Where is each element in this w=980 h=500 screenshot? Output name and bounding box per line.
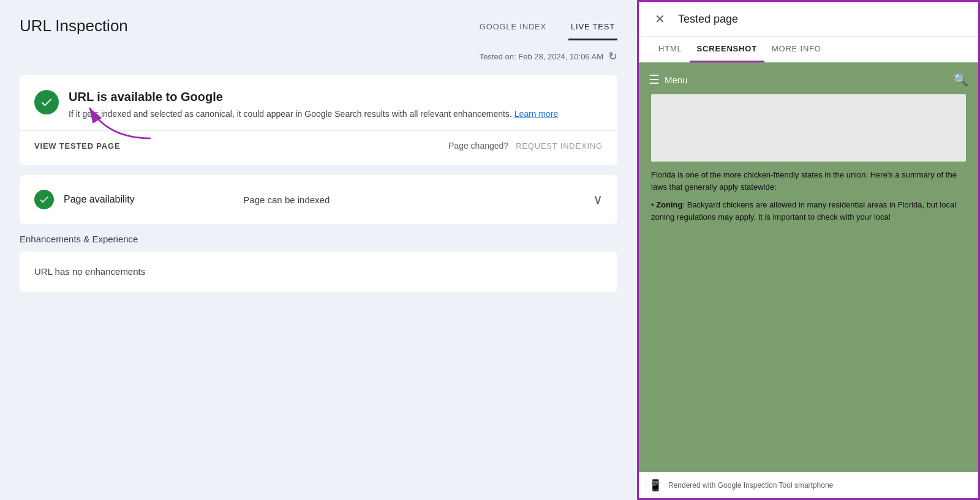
search-icon: 🔍 xyxy=(953,72,968,87)
panel-header: ✕ Tested page xyxy=(639,2,978,37)
mobile-preview: ☰ Menu 🔍 Florida is one of the more chic… xyxy=(639,62,978,472)
chevron-down-icon[interactable]: ∨ xyxy=(593,192,603,207)
hamburger-icon: ☰ xyxy=(649,72,660,87)
preview-footer: 📱 Rendered with Google Inspection Tool s… xyxy=(639,472,978,498)
page-title: URL Inspection xyxy=(20,17,128,35)
no-enhancements-text: URL has no enhancements xyxy=(34,266,145,277)
learn-more-link[interactable]: Learn more xyxy=(514,109,559,119)
view-tested-page-link[interactable]: VIEW TESTED PAGE xyxy=(34,141,120,151)
status-card: URL is available to Google If it gets in… xyxy=(20,75,617,165)
preview-text-content: Florida is one of the more chicken-frien… xyxy=(649,169,968,223)
request-indexing-link[interactable]: REQUEST INDEXING xyxy=(516,141,603,151)
preview-menu: ☰ Menu xyxy=(649,72,688,87)
tab-google-index[interactable]: GOOGLE INDEX xyxy=(477,15,549,40)
preview-main-text: Florida is one of the more chicken-frien… xyxy=(651,169,966,193)
preview-bullet: • Zoning: Backyard chickens are allowed … xyxy=(651,199,966,223)
page-changed-label: Page changed? xyxy=(448,141,508,151)
bullet-text: : Backyard chickens are allowed in many … xyxy=(651,200,956,222)
availability-label: Page availability xyxy=(64,194,233,205)
tab-bar: GOOGLE INDEX LIVE TEST xyxy=(477,15,617,40)
tested-on-text: Tested on: Feb 28, 2024, 10:06 AM xyxy=(480,52,603,61)
enhancements-label: Enhancements & Experience xyxy=(20,234,617,244)
tab-html[interactable]: HTML xyxy=(651,37,690,62)
preview-image-placeholder xyxy=(651,94,966,162)
tab-more-info[interactable]: MORE INFO xyxy=(764,37,829,62)
tab-live-test[interactable]: LIVE TEST xyxy=(568,15,617,40)
availability-card: Page availability Page can be indexed ∨ xyxy=(20,175,617,224)
panel-tabs: HTML SCREENSHOT MORE INFO xyxy=(639,37,978,62)
refresh-icon[interactable]: ↻ xyxy=(608,50,617,63)
status-description: If it gets indexed and selected as canon… xyxy=(69,108,558,121)
action-row: VIEW TESTED PAGE Page changed? REQUEST I… xyxy=(34,131,603,151)
screenshot-content: ☰ Menu 🔍 Florida is one of the more chic… xyxy=(639,62,978,498)
tab-screenshot[interactable]: SCREENSHOT xyxy=(690,37,764,62)
left-panel: URL Inspection GOOGLE INDEX LIVE TEST Te… xyxy=(0,0,637,500)
status-check-icon xyxy=(34,90,59,114)
status-title: URL is available to Google xyxy=(69,90,558,104)
footer-text: Rendered with Google Inspection Tool sma… xyxy=(668,481,833,490)
status-text-block: URL is available to Google If it gets in… xyxy=(69,90,558,121)
phone-icon: 📱 xyxy=(649,479,662,492)
close-button[interactable]: ✕ xyxy=(651,10,668,28)
enhancements-card: URL has no enhancements xyxy=(20,252,617,292)
panel-title: Tested page xyxy=(678,13,738,26)
availability-check-icon xyxy=(34,190,54,209)
availability-status: Page can be indexed xyxy=(243,195,583,205)
enhancements-section: Enhancements & Experience URL has no enh… xyxy=(20,234,617,292)
bullet-bold: Zoning xyxy=(656,200,682,209)
menu-label: Menu xyxy=(665,75,688,85)
preview-nav: ☰ Menu 🔍 xyxy=(649,72,968,87)
tested-on-bar: Tested on: Feb 28, 2024, 10:06 AM ↻ xyxy=(20,50,617,63)
right-panel: ✕ Tested page HTML SCREENSHOT MORE INFO … xyxy=(637,0,980,500)
page-changed-group: Page changed? REQUEST INDEXING xyxy=(448,141,603,151)
